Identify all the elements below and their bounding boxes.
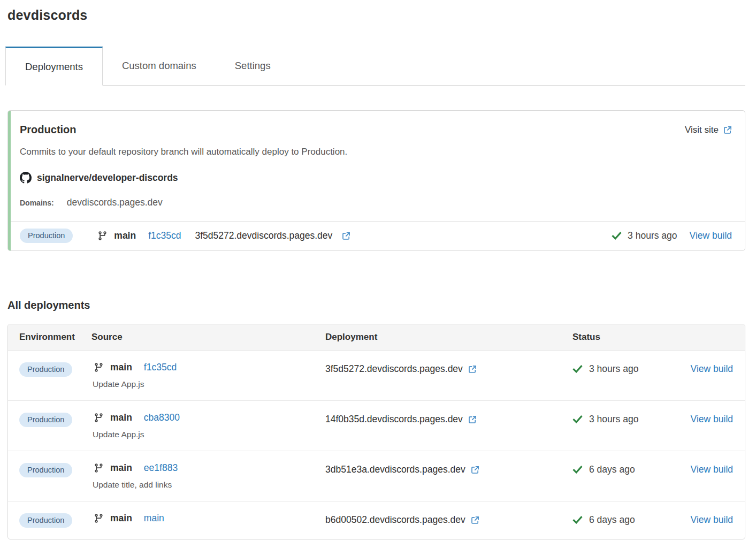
deployment-time: 3 hours ago	[589, 414, 638, 425]
environment-badge: Production	[19, 362, 72, 377]
deployment-time: 3 hours ago	[589, 363, 638, 375]
environment-badge: Production	[19, 513, 72, 528]
table-header-row: Environment Source Deployment Status	[8, 324, 745, 351]
git-branch-icon	[73, 231, 108, 241]
git-branch-icon	[94, 463, 104, 473]
commit-link[interactable]: f1c35cd	[148, 230, 181, 241]
view-build-link[interactable]: View build	[690, 230, 732, 241]
success-check-icon	[572, 515, 583, 525]
view-build-link[interactable]: View build	[691, 414, 733, 424]
deployment-url: b6d00502.devdiscords.pages.dev	[325, 514, 465, 526]
deployment-time: 6 days ago	[589, 514, 635, 526]
column-header-source: Source	[91, 332, 325, 343]
deployment-url: 3db51e3a.devdiscords.pages.dev	[325, 464, 465, 475]
external-link-icon[interactable]	[337, 232, 350, 240]
commit-message: Update title, add links	[91, 480, 325, 490]
branch-name: main	[110, 412, 132, 423]
branch-name: main	[114, 230, 136, 241]
all-deployments-heading: All deployments	[7, 299, 745, 311]
deployment-url: 14f0b35d.devdiscords.pages.dev	[325, 414, 463, 425]
deployment-url: 3f5d5272.devdiscords.pages.dev	[325, 363, 463, 375]
environment-badge: Production	[19, 413, 72, 427]
commit-message: Update App.js	[91, 379, 325, 389]
commit-message: Update App.js	[91, 430, 325, 439]
table-row: Production main main b6d00502.devdiscord…	[8, 501, 745, 539]
branch-name: main	[110, 362, 132, 373]
git-branch-icon	[94, 413, 104, 423]
table-row: Production main f1c35cd Update App.js 3f…	[8, 351, 745, 400]
external-link-icon[interactable]	[468, 365, 477, 374]
success-check-icon	[572, 364, 583, 374]
page-title: devdiscords	[7, 7, 745, 23]
github-icon	[20, 172, 32, 184]
tab-settings[interactable]: Settings	[216, 47, 290, 85]
commit-link[interactable]: ee1f883	[144, 462, 178, 474]
branch-name: main	[110, 513, 132, 524]
tab-bar: Deployments Custom domains Settings	[7, 47, 745, 86]
table-row: Production main ee1f883 Update title, ad…	[8, 451, 745, 501]
deployment-url: 3f5d5272.devdiscords.pages.dev	[195, 230, 332, 241]
domains-label: Domains:	[20, 199, 54, 207]
repo-name: signalnerve/developer-discords	[37, 172, 178, 184]
deployment-time: 6 days ago	[589, 464, 635, 475]
tab-deployments[interactable]: Deployments	[5, 47, 103, 86]
commit-link[interactable]: cba8300	[144, 412, 180, 423]
external-link-icon	[723, 126, 732, 134]
visit-site-link[interactable]: Visit site	[685, 125, 732, 135]
table-body: Production main f1c35cd Update App.js 3f…	[8, 351, 745, 539]
production-description: Commits to your default repository branc…	[20, 147, 732, 157]
commit-link[interactable]: f1c35cd	[144, 362, 177, 373]
environment-badge: Production	[19, 463, 72, 477]
success-check-icon	[572, 465, 583, 475]
success-check-icon	[572, 414, 583, 424]
environment-badge: Production	[20, 229, 73, 243]
deployment-time: 3 hours ago	[628, 230, 677, 241]
column-header-status: Status	[572, 332, 687, 343]
tab-custom-domains[interactable]: Custom domains	[103, 47, 216, 85]
git-branch-icon	[94, 362, 104, 372]
external-link-icon[interactable]	[471, 516, 479, 524]
production-card-body: Production Visit site Commits to your de…	[8, 111, 745, 221]
domains-value: devdiscords.pages.dev	[67, 197, 163, 208]
external-link-icon[interactable]	[468, 415, 477, 424]
view-build-link[interactable]: View build	[691, 464, 733, 475]
deployments-table: Environment Source Deployment Status Pro…	[7, 324, 745, 539]
table-row: Production main cba8300 Update App.js 14…	[8, 400, 745, 451]
commit-link[interactable]: main	[144, 513, 164, 524]
latest-deployment-row: Production main f1c35cd 3f5d5272.devdisc…	[8, 221, 745, 250]
branch-name: main	[110, 462, 132, 474]
git-branch-icon	[94, 513, 104, 523]
visit-site-label: Visit site	[685, 125, 719, 135]
view-build-link[interactable]: View build	[691, 514, 733, 525]
column-header-deployment: Deployment	[325, 332, 572, 343]
production-card-title: Production	[20, 124, 77, 136]
success-check-icon	[612, 231, 622, 241]
production-card: Production Visit site Commits to your de…	[7, 110, 745, 251]
view-build-link[interactable]: View build	[691, 363, 733, 374]
external-link-icon[interactable]	[471, 466, 479, 474]
column-header-environment: Environment	[19, 332, 91, 343]
